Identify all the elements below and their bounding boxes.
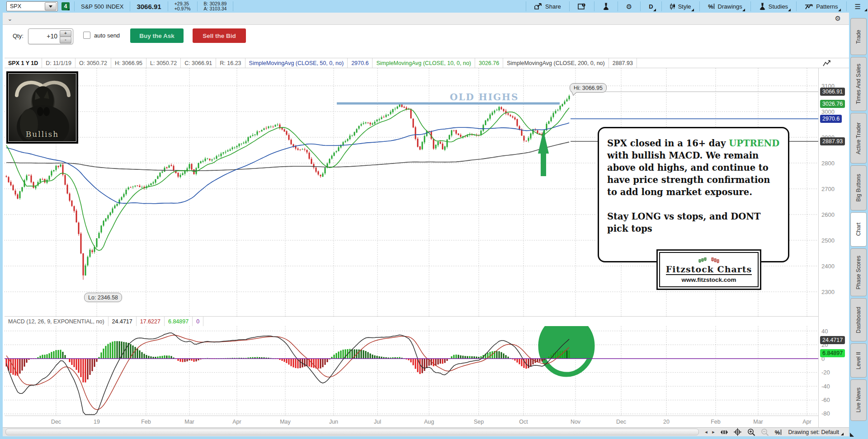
studies-button[interactable]: Studies <box>755 0 792 13</box>
dropdown-corner-icon <box>653 9 656 11</box>
drawing-set-selector[interactable]: Drawing set: Default <box>788 428 844 436</box>
flag-info-icon: i <box>578 3 586 10</box>
fitzstock-logo: Fitzstock Charts www.fitzstock.com <box>656 249 761 290</box>
time-axis: Dec19FebMarAprMayJunJulAugSepOctNovDec20… <box>5 416 818 428</box>
sidebar-tab-label: Live News <box>855 388 862 412</box>
gear-icon[interactable]: ⚙ <box>835 14 841 23</box>
ohlc-cell-0: SPX 1 Y 1D <box>5 58 42 68</box>
ohlc-cell-7: SimpleMovingAvg (CLOSE, 50, 0, no) <box>245 58 348 68</box>
auto-send-checkbox[interactable] <box>83 32 90 39</box>
analyze-button[interactable] <box>599 0 613 13</box>
ohlc-cell-10: 3026.76 <box>475 58 503 68</box>
time-axis-label-16: Apr <box>802 419 811 425</box>
symbol-dropdown-button[interactable] <box>45 2 57 10</box>
hamburger-icon: ☰ <box>855 3 861 10</box>
macd-axis-label-6: -80 <box>821 410 830 417</box>
price-axis-badge-2: 2970.6 <box>820 115 842 123</box>
order-entry-row: Qty: +10 + - auto send Buy the Ask Sell … <box>3 25 849 47</box>
sidebar-tab-live-news[interactable]: Live News <box>850 379 867 421</box>
buy-the-ask-button[interactable]: Buy the Ask <box>130 28 184 43</box>
scroll-left-button[interactable]: ◂ <box>703 428 710 436</box>
pattern-zigzag-icon <box>805 3 813 10</box>
macd-cell-2: 17.6227 <box>137 317 165 326</box>
dropdown-corner-icon <box>691 9 694 11</box>
sell-the-bid-button[interactable]: Sell the Bid <box>193 28 246 43</box>
macd-pane[interactable] <box>5 326 818 416</box>
sidebar-tab-label: Dashboard <box>855 307 862 333</box>
qty-decrement-button[interactable]: - <box>60 37 71 43</box>
ohlc-cell-12: 2887.93 <box>609 58 637 68</box>
chart-ohlc-header: SPX 1 Y 1DD: 11/1/19O: 3050.72H: 3066.95… <box>5 58 849 68</box>
share-button[interactable]: Share <box>531 0 565 13</box>
bottom-toolbar: ◂ ▸ % Drawing set: Default <box>3 427 849 436</box>
note-paragraph-1: SPX closed in a 16+ day UPTREND with bul… <box>607 137 781 198</box>
ohlc-cell-9: SimpleMovingAvg (CLOSE, 10, 0, no) <box>373 58 475 68</box>
ohlc-cell-8: 2970.6 <box>348 58 373 68</box>
crosshair-icon[interactable] <box>731 428 743 436</box>
watchlist-badge[interactable]: 4 <box>61 2 70 10</box>
collapse-chevron-button[interactable]: ⌄ <box>5 14 14 23</box>
ohlc-cell-6: R: 16.23 <box>216 58 245 68</box>
qty-increment-button[interactable]: + <box>60 30 71 37</box>
timeframe-button[interactable]: D <box>645 0 656 13</box>
dropdown-corner-icon <box>864 9 867 11</box>
dropdown-corner-icon <box>841 433 844 435</box>
sidebar-tab-label: Trade <box>855 30 862 44</box>
chart-menu-button[interactable]: ☰ <box>851 0 868 13</box>
patterns-button[interactable]: Patterns <box>801 0 841 13</box>
macd-header-cells: MACD (12, 26, 9, EXPONENTIAL, no)24.4717… <box>5 317 203 326</box>
last-price: 3066.91 <box>135 3 163 10</box>
pan-icon[interactable] <box>719 428 730 436</box>
sidebar-tab-active-trader[interactable]: Active Trader <box>850 113 867 163</box>
bull-caption: Bullish <box>9 130 76 139</box>
sidebar-tab-dashboard[interactable]: Dashboard <box>850 298 867 341</box>
time-axis-label-7: Jul <box>374 419 381 425</box>
style-label: Style <box>678 3 691 10</box>
ohlc-cell-3: H: 3066.95 <box>111 58 146 68</box>
macd-axis-badge-1: 6.84897 <box>820 349 845 357</box>
sidebar-tab-times-and-sales[interactable]: Times And Sales <box>850 57 867 111</box>
time-axis-label-13: 20 <box>663 419 670 425</box>
chart-resize-icon[interactable] <box>823 60 831 68</box>
change-block: +29.35 +0.97% <box>173 1 193 11</box>
qty-label: Qty: <box>13 33 24 39</box>
logo-url: www.fitzstock.com <box>681 276 736 283</box>
time-axis-label-6: Jun <box>329 419 338 425</box>
price-axis-label-3: 2800 <box>821 160 835 167</box>
ohlc-cell-11: SimpleMovingAvg (CLOSE, 200, 0, no) <box>503 58 609 68</box>
sidebar-tab-label: Active Trader <box>855 122 862 154</box>
economic-data-button[interactable]: i <box>574 0 590 13</box>
share-icon <box>534 3 542 10</box>
scroll-right-button[interactable]: ▸ <box>710 428 717 436</box>
sidebar-tab-label: Level II <box>855 352 862 369</box>
style-button[interactable]: Style <box>666 0 695 13</box>
quantity-stepper[interactable]: +10 + - <box>28 28 73 44</box>
time-axis-label-2: Feb <box>141 419 151 425</box>
timeframe-value: D <box>649 3 653 10</box>
right-sidebar: TradeTimes And SalesActive TraderBig But… <box>849 13 868 439</box>
time-axis-label-0: Dec <box>51 419 61 425</box>
drawing-set-label: Drawing set: Default <box>788 429 839 435</box>
auto-send-control: auto send <box>83 32 120 39</box>
sidebar-tab-chart[interactable]: Chart <box>850 212 867 247</box>
percent-scale-icon[interactable]: % <box>772 428 784 436</box>
price-axis-badge-3: 2887.93 <box>820 137 845 145</box>
sidebar-tab-level-ii[interactable]: Level II <box>850 343 867 378</box>
sidebar-tab-phase-scores[interactable]: Phase Scores <box>850 248 867 296</box>
horizontal-scrollbar[interactable] <box>5 429 699 435</box>
macd-axis-label-0: 40 <box>821 328 828 335</box>
symbol-input[interactable]: SPX <box>6 1 58 11</box>
ohlc-cell-5: C: 3066.91 <box>181 58 216 68</box>
drawings-button[interactable]: % Drawings <box>704 0 746 13</box>
chevron-down-icon <box>49 5 52 8</box>
zoom-out-icon[interactable] <box>759 428 771 436</box>
ohlc-cell-4: L: 3050.72 <box>146 58 181 68</box>
time-axis-label-11: Nov <box>571 419 580 425</box>
sidebar-tab-big-buttons[interactable]: Big Buttons <box>850 165 867 210</box>
sidebar-tab-trade[interactable]: Trade <box>850 18 867 55</box>
time-axis-label-15: Mar <box>753 419 763 425</box>
zoom-in-icon[interactable] <box>745 428 758 436</box>
candle-style-icon <box>670 3 675 10</box>
resize-handle-icon[interactable] <box>850 433 854 437</box>
chart-settings-button[interactable]: ⚙ <box>623 0 636 13</box>
